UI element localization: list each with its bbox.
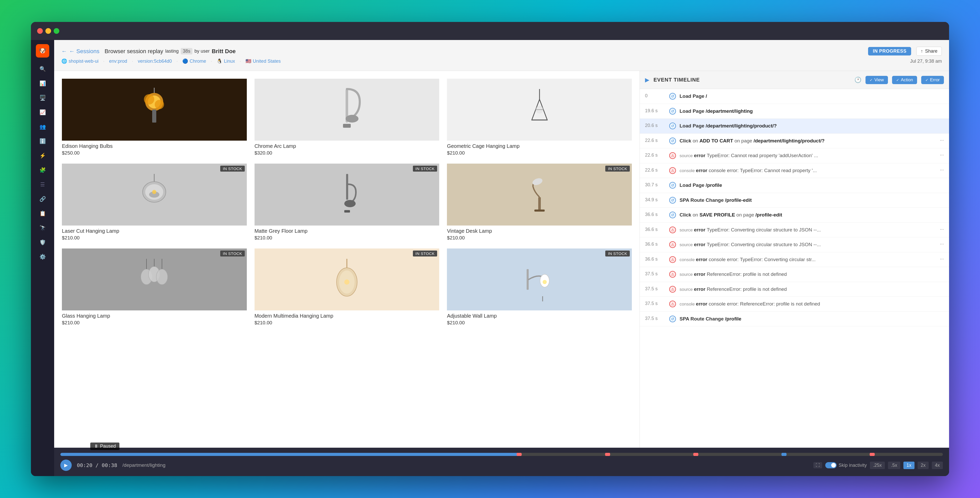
svg-point-7 — [345, 115, 358, 123]
event-icon-9: ⚠ — [669, 227, 676, 233]
sidebar-item-logs[interactable]: ☰ — [37, 178, 49, 191]
event-time-10: 36.6 s — [645, 241, 666, 247]
time-display: 00:20 / 00:38 — [77, 462, 117, 468]
svg-point-22 — [344, 200, 356, 207]
logo[interactable]: 🐶 — [36, 44, 49, 57]
product-card-6[interactable]: IN STOCK Vintage Desk Lamp $210.00 — [447, 164, 632, 241]
event-row-6[interactable]: 30.7 s ↺ Load Page /profile — [640, 178, 949, 193]
sidebar-item-sessions[interactable]: 🖥️ — [37, 92, 49, 104]
event-content-13: source error ReferenceError: profile is … — [679, 286, 944, 293]
event-path-6: /profile — [706, 182, 722, 188]
event-row-14[interactable]: 37.5 s ⚠ console error console error: Re… — [640, 297, 949, 312]
event-icon-13: ⚠ — [669, 286, 676, 293]
sidebar-item-integrations[interactable]: 🧩 — [37, 164, 49, 176]
event-more-11[interactable]: ··· — [940, 256, 944, 262]
event-icon-7: ↺ — [669, 197, 676, 204]
pause-icon: ⏸ — [94, 444, 99, 449]
event-more-4[interactable]: ··· — [940, 152, 944, 158]
svg-point-33 — [156, 269, 168, 285]
speed-4x-button[interactable]: 4x — [932, 461, 943, 469]
event-action-9: error — [694, 227, 707, 233]
tag-browser[interactable]: 🔵 Chrome — [182, 58, 206, 64]
clock-filter-icon[interactable]: 🕐 — [854, 77, 861, 83]
sidebar-item-info[interactable]: ℹ️ — [37, 135, 49, 147]
filter-view-button[interactable]: ✓ View — [865, 76, 888, 84]
speed-1x-button[interactable]: 1x — [904, 461, 915, 469]
sidebar-item-links[interactable]: 🔗 — [37, 193, 49, 205]
event-row-13[interactable]: 37.5 s ⚠ source error ReferenceError: pr… — [640, 282, 949, 297]
event-action-8: Click — [679, 212, 693, 217]
play-button[interactable]: ▶ — [60, 460, 72, 471]
event-suffix-3: on page — [735, 138, 754, 144]
event-more-5[interactable]: ··· — [940, 167, 944, 172]
event-icon-10: ⚠ — [669, 241, 676, 248]
sidebar-item-performance[interactable]: ⚡ — [37, 149, 49, 162]
sidebar-item-search[interactable]: 🔍 — [37, 63, 49, 75]
filter-error-button[interactable]: ✓ Error — [921, 76, 944, 84]
product-card-9[interactable]: IN STOCK Adjustable Wall Lamp $210.00 — [447, 249, 632, 326]
fullscreen-btn[interactable]: ⛶ — [813, 462, 822, 468]
event-row-4[interactable]: 22.6 s ⚠ source error TypeError: Cannot … — [640, 148, 949, 163]
event-row-11[interactable]: 36.6 s ⚠ console error console error: Ty… — [640, 252, 949, 267]
close-button[interactable] — [37, 28, 43, 34]
event-row-3[interactable]: 22.6 s ↺ Click on ADD TO CART on page /d… — [640, 134, 949, 148]
toggle-switch[interactable] — [825, 462, 837, 468]
product-card-5[interactable]: IN STOCK Matte Grey Floor Lamp $210.00 — [255, 164, 439, 241]
svg-rect-8 — [343, 124, 351, 128]
fullscreen-button[interactable] — [54, 28, 59, 34]
event-action-11: error — [696, 257, 709, 262]
event-row-8[interactable]: 36.6 s ↺ Click on SAVE PROFILE on page /… — [640, 208, 949, 223]
tag-shopist[interactable]: 🌐 shopist-web-ui — [61, 58, 99, 64]
filter-action-button[interactable]: ✓ Action — [892, 76, 917, 84]
sidebar-item-users[interactable]: 👥 — [37, 120, 49, 133]
event-action-3: Click — [679, 138, 693, 144]
event-content-4: source error TypeError: Cannot read prop… — [679, 152, 936, 160]
timeline-marker-5 — [870, 453, 875, 456]
event-row-9[interactable]: 36.6 s ⚠ source error TypeError: Convert… — [640, 223, 949, 238]
event-row-7[interactable]: 34.9 s ↺ SPA Route Change /profile-edit — [640, 193, 949, 208]
product-card-8[interactable]: IN STOCK Modern Multimedia Hanging Lamp … — [255, 249, 439, 326]
tag-os[interactable]: 🐧 Linux — [216, 58, 235, 64]
product-img-wrapper-4: IN STOCK — [62, 164, 247, 225]
product-card-7[interactable]: IN STOCK Glass Hanging Lamp $210.00 — [62, 249, 247, 326]
speed-0.25x-button[interactable]: .25x — [870, 461, 885, 469]
sidebar-item-monitors[interactable]: 🔭 — [37, 222, 49, 234]
toggle-knob — [831, 463, 836, 468]
product-card-2[interactable]: Chrome Arc Lamp $320.00 — [255, 79, 439, 156]
sessions-link-label[interactable]: ← Sessions — [69, 48, 99, 55]
event-row-1[interactable]: 19.6 s ↺ Load Page /department/lighting — [640, 104, 949, 119]
product-card-1[interactable]: Edison Hanging Bulbs $250.00 — [62, 79, 247, 156]
event-row-12[interactable]: 37.5 s ⚠ source error ReferenceError: pr… — [640, 267, 949, 282]
product-img-wrapper-3 — [447, 79, 632, 140]
event-row-2[interactable]: 20.6 s ↺ Load Page /department/lighting/… — [640, 119, 949, 134]
tag-version[interactable]: version:5cb64d0 — [138, 59, 172, 64]
event-panel-header: ▶ EVENT TIMELINE 🕐 ✓ View ✓ Action ✓ — [640, 71, 949, 89]
event-more-3[interactable]: ··· — [940, 137, 944, 143]
tag-browser-label: Chrome — [189, 59, 206, 64]
share-icon: ↑ — [921, 48, 923, 54]
skip-label: Skip inactivity — [839, 463, 867, 468]
share-button[interactable]: ↑ Share — [916, 47, 942, 56]
speed-0.5x-button[interactable]: .5x — [888, 461, 900, 469]
event-row-15[interactable]: 37.5 s ↺ SPA Route Change /profile — [640, 312, 949, 327]
event-row-5[interactable]: 22.6 s ⚠ console error console error: Ty… — [640, 163, 949, 178]
sidebar-item-settings[interactable]: ⚙️ — [37, 251, 49, 263]
minimize-button[interactable] — [45, 28, 51, 34]
sidebar-item-analytics[interactable]: 📈 — [37, 106, 49, 118]
event-more-10[interactable]: ··· — [940, 241, 944, 247]
event-row-0[interactable]: 0 ↺ Load Page / — [640, 89, 949, 104]
event-more-9[interactable]: ··· — [940, 226, 944, 232]
stock-badge-6: IN STOCK — [605, 166, 630, 172]
product-card-3[interactable]: Geometric Cage Hanging Lamp $210.00 — [447, 79, 632, 156]
sidebar-item-reports[interactable]: 📋 — [37, 207, 49, 220]
sidebar-item-security[interactable]: 🛡️ — [37, 236, 49, 249]
tag-country[interactable]: 🇺🇸 United States — [245, 58, 281, 64]
back-sessions-link[interactable]: ← ← Sessions — [61, 48, 99, 55]
sidebar-item-dashboard[interactable]: 📊 — [37, 77, 49, 89]
event-row-10[interactable]: 36.6 s ⚠ source error TypeError: Convert… — [640, 238, 949, 252]
timeline-track[interactable] — [60, 453, 943, 456]
speed-2x-button[interactable]: 2x — [918, 461, 929, 469]
tag-env[interactable]: env:prod — [109, 59, 127, 64]
event-detail-11: console error: TypeError: Converting cir… — [709, 257, 816, 262]
product-card-4[interactable]: IN STOCK Laser Cut Hanging Lamp $210.00 — [62, 164, 247, 241]
